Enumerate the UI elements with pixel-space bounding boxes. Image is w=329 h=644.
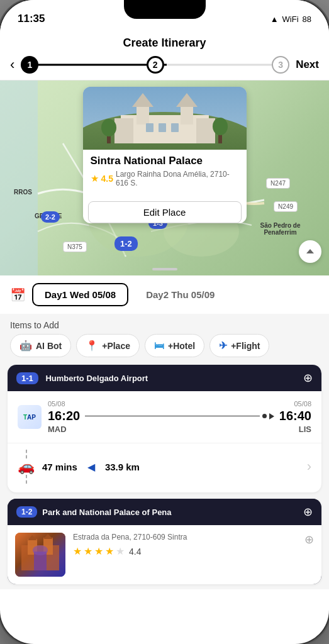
drive-indicator: 🚗 <box>18 450 35 484</box>
svg-rect-17 <box>146 123 153 132</box>
palace-id-badge: 1-2 <box>16 506 37 518</box>
day-tab-2[interactable]: Day2 Thu 05/09 <box>135 284 226 305</box>
svg-rect-0 <box>0 80 38 275</box>
palace-card-header: 1-2 Park and National Palace of Pena ⊕ <box>8 499 321 525</box>
palace-expand-icon[interactable]: ⊕ <box>303 505 313 519</box>
arr-code: LIS <box>299 425 311 434</box>
dep-date: 05/08 <box>48 400 65 408</box>
palace-move-icon[interactable]: ⊕ <box>304 533 314 577</box>
drive-dist: 33.9 km <box>105 462 140 472</box>
scroll-indicator <box>152 268 177 270</box>
add-place-button[interactable]: 📍 +Place <box>76 334 140 357</box>
wifi-icon: WiFi <box>282 14 299 24</box>
palace-card-title: Park and National Palace of Pena <box>42 508 171 517</box>
flight-dates: 05/08 05/08 <box>48 400 311 408</box>
arrow-head-icon <box>269 413 274 419</box>
svg-rect-11 <box>114 118 133 143</box>
calendar-icon: 📅 <box>10 287 26 303</box>
palace-image-svg <box>83 87 247 150</box>
step-3[interactable]: 3 <box>272 56 289 74</box>
phone-frame: 11:35 ▲ WiFi 88 Create Itinerary ‹ 1 2 3… <box>0 0 329 644</box>
stepper: ‹ 1 2 3 Next <box>10 56 319 74</box>
status-time: 11:35 <box>18 13 45 25</box>
place-card-rating: ★ 4.5 Largo Rainha Dona Amélia, 2710-616… <box>91 170 239 187</box>
star-icon: ★ <box>91 173 99 184</box>
page-title: Create Itinerary <box>10 36 319 50</box>
place-card-address: Largo Rainha Dona Amélia, 2710-616 S. <box>116 170 239 187</box>
airport-card-label: 1-1 Humberto Delgado Airport <box>16 374 148 383</box>
signal-icon: ▲ <box>270 14 279 24</box>
star-3: ★ <box>94 545 103 557</box>
navigate-icon: ◀ <box>87 461 95 473</box>
road-label-n249: N249 <box>274 201 298 212</box>
car-icon: 🚗 <box>18 458 35 475</box>
step-1[interactable]: 1 <box>21 56 38 74</box>
add-hotel-label: +Hotel <box>168 341 195 351</box>
star-4: ★ <box>105 545 114 557</box>
map-area: 1-2 1-3 1-4 1-5 2-2 N247 N249 N375 São M… <box>0 80 329 275</box>
next-button[interactable]: Next <box>296 58 319 71</box>
flight-route: 05/08 05/08 16:20 16:40 MAD <box>48 400 311 434</box>
step-2[interactable]: 2 <box>147 56 164 74</box>
header: Create Itinerary ‹ 1 2 3 Next <box>0 31 329 80</box>
dashed-line-bottom <box>26 475 27 484</box>
svg-rect-18 <box>159 123 166 132</box>
edit-place-button[interactable]: Edit Place <box>88 201 242 223</box>
map-label-2-2: 2-2 <box>41 211 60 223</box>
action-buttons-row: 🤖 AI Bot 📍 +Place 🛏 +Hotel ✈ +Flight <box>0 334 329 365</box>
place-card-name: Sintra National Palace <box>91 155 239 167</box>
town-rros: RROS <box>14 189 32 196</box>
airport-card-header: 1-1 Humberto Delgado Airport ⊕ <box>8 365 321 391</box>
palace-stars-row: ★ ★ ★ ★ ★ 4.4 <box>73 545 297 557</box>
add-flight-button[interactable]: ✈ +Flight <box>209 334 269 357</box>
content-area: 📅 Day1 Wed 05/08 Day2 Thu 05/09 Items to… <box>0 275 329 589</box>
place-card-info: Sintra National Palace ★ 4.5 Largo Rainh… <box>83 150 247 197</box>
bed-icon: 🛏 <box>154 340 164 352</box>
star-5: ★ <box>116 545 125 557</box>
drive-time: 47 mins <box>42 462 77 472</box>
battery-icon: 88 <box>303 14 311 24</box>
ai-bot-label: AI Bot <box>36 341 62 351</box>
road-label-n375: N375 <box>63 242 87 252</box>
place-card-image <box>83 87 247 150</box>
town-sao-pedro: São Pedro dePenaferrim <box>250 222 310 236</box>
scroll-up-button[interactable] <box>299 240 321 263</box>
airline-logo: TAP <box>18 405 42 429</box>
palace-header-content: 1-2 Park and National Palace of Pena <box>16 506 172 518</box>
dep-code: MAD <box>48 425 67 434</box>
flight-times: 16:20 16:40 <box>48 409 311 423</box>
palace-details: Estrada da Pena, 2710-609 Sintra ★ ★ ★ ★… <box>73 533 297 577</box>
star-1: ★ <box>73 545 82 557</box>
add-flight-label: +Flight <box>231 341 260 351</box>
dashed-line-top <box>26 450 27 458</box>
drive-chevron-right[interactable]: › <box>307 458 311 475</box>
svg-rect-13 <box>137 106 149 125</box>
road-label-n247: N247 <box>266 178 290 189</box>
rating-number: 4.5 <box>101 174 113 184</box>
place-card-popup: Sintra National Palace ★ 4.5 Largo Rainh… <box>83 87 247 223</box>
day-tab-1[interactable]: Day1 Wed 05/08 <box>32 283 128 306</box>
airport-id-badge: 1-1 <box>16 372 38 384</box>
arr-date: 05/08 <box>294 400 311 408</box>
step-track: 1 2 3 <box>21 56 289 74</box>
flight-arrow <box>85 413 274 419</box>
ai-bot-button[interactable]: 🤖 AI Bot <box>10 334 71 357</box>
drive-info: 🚗 47 mins ◀ 33.9 km › <box>8 443 321 492</box>
map-background: 1-2 1-3 1-4 1-5 2-2 N247 N249 N375 São M… <box>0 80 329 275</box>
back-button[interactable]: ‹ <box>10 57 14 73</box>
add-hotel-button[interactable]: 🛏 +Hotel <box>145 334 204 357</box>
arr-time: 16:40 <box>279 409 311 423</box>
drive-details: 47 mins ◀ 33.9 km <box>42 461 307 473</box>
notch <box>124 0 206 19</box>
airport-expand-icon[interactable]: ⊕ <box>303 371 313 385</box>
palace-rating: 4.4 <box>129 547 141 557</box>
palace-thumb-svg <box>15 533 65 577</box>
robot-icon: 🤖 <box>20 340 32 352</box>
svg-rect-19 <box>171 123 179 132</box>
palace-thumbnail <box>15 533 65 577</box>
location-icon: 📍 <box>86 340 98 352</box>
palace-card-body: Estrada da Pena, 2710-609 Sintra ★ ★ ★ ★… <box>8 525 321 584</box>
itinerary-card-palace: 1-2 Park and National Palace of Pena ⊕ <box>8 499 321 584</box>
status-icons: ▲ WiFi 88 <box>270 14 311 24</box>
itinerary-card-airport: 1-1 Humberto Delgado Airport ⊕ TAP 05/08… <box>8 365 321 492</box>
